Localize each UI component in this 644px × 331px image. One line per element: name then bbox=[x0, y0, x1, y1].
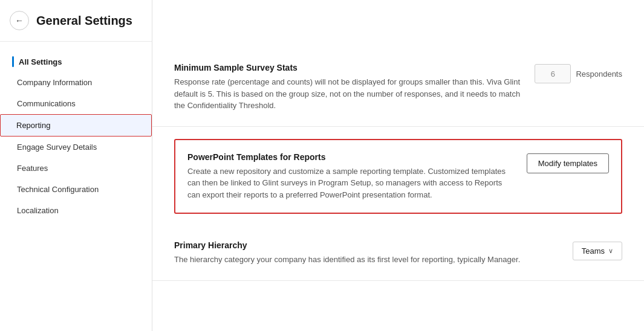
teams-label: Teams bbox=[582, 246, 605, 255]
back-button[interactable]: ← bbox=[10, 11, 29, 30]
teams-dropdown[interactable]: Teams ∨ bbox=[573, 242, 622, 260]
hierarchy-title: Primary Hierarchy bbox=[174, 240, 561, 250]
sidebar: ← General Settings All Settings Company … bbox=[0, 0, 152, 331]
min-sample-action: Respondents bbox=[535, 63, 622, 83]
sidebar-item-technical-configuration[interactable]: Technical Configuration bbox=[0, 179, 152, 200]
powerpoint-wrapper: PowerPoint Templates for Reports Create … bbox=[152, 127, 644, 227]
active-bar bbox=[12, 56, 14, 67]
hierarchy-content: Primary Hierarchy The hierarchy category… bbox=[174, 240, 561, 266]
sidebar-nav: All Settings Company Information Communi… bbox=[0, 42, 152, 331]
chevron-down-icon: ∨ bbox=[608, 247, 613, 255]
powerpoint-content: PowerPoint Templates for Reports Create … bbox=[187, 152, 515, 201]
respondents-label: Respondents bbox=[576, 69, 622, 79]
respondents-input[interactable] bbox=[535, 64, 571, 83]
min-sample-title: Minimum Sample Survey Stats bbox=[174, 63, 522, 72]
min-sample-section: Minimum Sample Survey Stats Response rat… bbox=[152, 48, 644, 127]
sidebar-item-reporting[interactable]: Reporting bbox=[0, 114, 152, 137]
sidebar-item-localization[interactable]: Localization bbox=[0, 200, 152, 221]
sidebar-title: General Settings bbox=[36, 14, 132, 28]
sidebar-item-company-information[interactable]: Company Information bbox=[0, 72, 152, 93]
hierarchy-action: Teams ∨ bbox=[573, 240, 622, 260]
all-settings-label: All Settings bbox=[0, 51, 152, 72]
spacer-top bbox=[152, 0, 644, 48]
sidebar-item-communications[interactable]: Communications bbox=[0, 93, 152, 114]
modify-templates-button[interactable]: Modify templates bbox=[527, 153, 609, 173]
min-sample-row: Minimum Sample Survey Stats Response rat… bbox=[174, 63, 622, 112]
powerpoint-description: Create a new repository and customize a … bbox=[187, 166, 515, 201]
main-content: Minimum Sample Survey Stats Response rat… bbox=[152, 0, 644, 331]
min-sample-description: Response rate (percentage and counts) wi… bbox=[174, 76, 522, 112]
powerpoint-row: PowerPoint Templates for Reports Create … bbox=[187, 152, 609, 201]
powerpoint-title: PowerPoint Templates for Reports bbox=[187, 152, 515, 162]
powerpoint-action: Modify templates bbox=[527, 152, 609, 173]
hierarchy-description: The hierarchy category your company has … bbox=[174, 254, 525, 266]
hierarchy-section: Primary Hierarchy The hierarchy category… bbox=[152, 226, 644, 281]
sidebar-header: ← General Settings bbox=[0, 0, 152, 42]
sidebar-item-engage-survey-details[interactable]: Engage Survey Details bbox=[0, 137, 152, 158]
powerpoint-section: PowerPoint Templates for Reports Create … bbox=[174, 139, 622, 214]
min-sample-content: Minimum Sample Survey Stats Response rat… bbox=[174, 63, 522, 112]
sidebar-item-features[interactable]: Features bbox=[0, 158, 152, 179]
